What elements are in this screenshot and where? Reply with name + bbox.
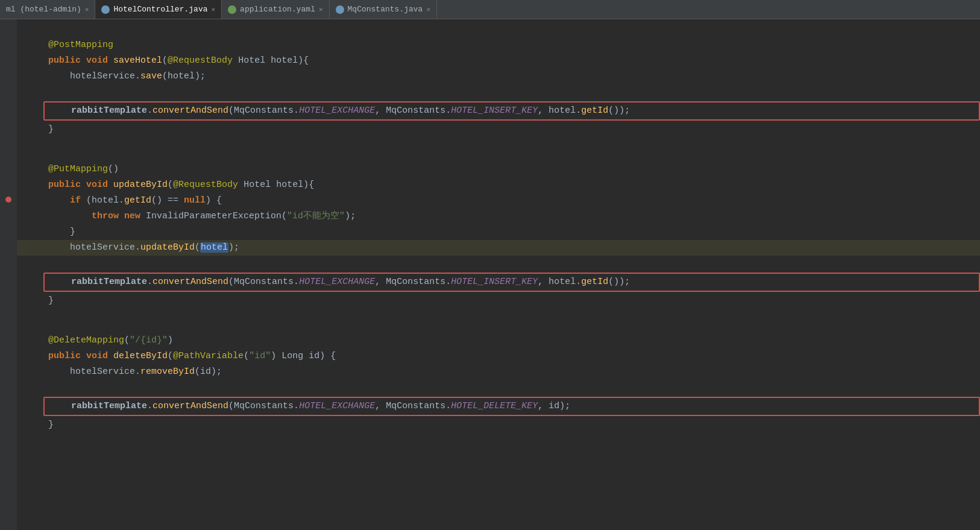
line-blank-4 [17,256,980,271]
code-area[interactable]: @PostMapping public void saveHotel(@Requ… [17,19,980,530]
line-rabbit-save: rabbitTemplate.convertAndSend(MqConstant… [45,103,979,119]
gutter-line-28 [0,443,17,458]
gutter-line-30 [0,474,17,490]
gutter [0,19,17,530]
line-hotel-service-save: hotelService.save(hotel); [17,69,980,84]
tab-bar: ml (hotel-admin) ✕ HotelController.java … [0,0,980,19]
gutter-line-20 [0,317,17,333]
gutter-line-22 [0,349,17,364]
red-box-save-lineno-spacer [17,101,43,121]
tab-mq-constants-close[interactable]: ✕ [426,5,430,13]
line-close-if: } [17,224,980,240]
tab-hotel-controller-close[interactable]: ✕ [211,5,215,13]
gutter-line-21 [0,333,17,349]
line-throw: throw new InvalidParameterException("id不… [17,209,980,224]
gutter-line-32 [0,505,17,521]
gutter-line-6 [0,98,17,113]
gutter-line-26 [0,411,17,427]
gutter-line-18 [0,286,17,301]
tab-application-yaml[interactable]: application.yaml ✕ [222,0,329,19]
line-close-save: } [17,122,980,137]
line-close-delete: } [17,417,980,433]
gutter-line-10 [0,160,17,176]
section-gap-2 [17,309,980,317]
line-blank-3 [17,146,980,162]
gutter-line-31 [0,490,17,505]
line-delete-mapping-annotation: @DeleteMapping("/{id}") [17,333,980,349]
line-blank-5 [17,317,980,333]
gutter-line-8 [0,129,17,145]
line-update-by-id-sig: public void updateById(@RequestBody Hote… [17,177,980,193]
tab-application-yaml-icon [228,5,236,14]
red-box-save: rabbitTemplate.convertAndSend(MqConstant… [17,101,980,121]
gutter-line-19 [0,301,17,317]
gutter-line-2 [0,35,17,51]
gutter-line-13 [0,207,17,223]
editor-container: @PostMapping public void saveHotel(@Requ… [0,19,980,530]
gutter-line-4 [0,66,17,82]
tab-mq-constants-label: MqConstants.java [348,5,423,14]
gutter-line-17 [0,270,17,286]
gutter-line-25 [0,396,17,411]
line-blank-1 [17,22,980,37]
line-rabbit-delete: rabbitTemplate.convertAndSend(MqConstant… [45,399,979,414]
gutter-line-3 [0,51,17,66]
tab-xml-close[interactable]: ✕ [85,5,89,13]
breakpoint-throw[interactable] [5,197,11,203]
line-hotel-service-remove: hotelService.removeById(id); [17,364,980,380]
line-put-mapping-annotation: @PutMapping() [17,162,980,177]
gutter-line-29 [0,458,17,474]
tab-xml-label: ml (hotel-admin) [6,5,81,14]
red-box-delete-border: rabbitTemplate.convertAndSend(MqConstant… [43,397,980,416]
red-box-delete: rabbitTemplate.convertAndSend(MqConstant… [17,397,980,416]
line-close-update: } [17,293,980,309]
tab-mq-constants[interactable]: MqConstants.java ✕ [330,0,437,19]
gutter-line-23 [0,364,17,380]
red-box-save-border: rabbitTemplate.convertAndSend(MqConstant… [43,101,980,121]
red-box-update: rabbitTemplate.convertAndSend(MqConstant… [17,273,980,292]
tab-hotel-controller[interactable]: HotelController.java ✕ [95,0,222,19]
gutter-line-16 [0,254,17,270]
gutter-line-15 [0,239,17,254]
gutter-line-11 [0,176,17,192]
line-if-hotel-id: if (hotel.getId() == null) { [17,193,980,209]
tab-xml[interactable]: ml (hotel-admin) ✕ [0,0,95,19]
line-delete-by-id-sig: public void deleteById(@PathVariable("id… [17,349,980,364]
red-box-delete-lineno-spacer [17,397,43,416]
tab-hotel-controller-label: HotelController.java [113,5,207,14]
line-post-mapping-annotation: @PostMapping [17,37,980,53]
section-gap-1 [17,137,980,146]
gutter-line-5 [0,82,17,98]
tab-application-yaml-close[interactable]: ✕ [319,5,323,13]
line-blank-6 [17,380,980,396]
gutter-line-24 [0,380,17,396]
tab-application-yaml-label: application.yaml [240,5,315,14]
line-save-hotel-sig: public void saveHotel(@RequestBody Hotel… [17,53,980,69]
red-box-update-border: rabbitTemplate.convertAndSend(MqConstant… [43,273,980,292]
red-box-update-lineno-spacer [17,273,43,292]
gutter-line-7 [0,113,17,129]
line-hotel-service-update: hotelService.updateById(hotel); [17,240,980,256]
tab-hotel-controller-icon [101,5,110,14]
gutter-line-27 [0,427,17,443]
gutter-line-9 [0,145,17,160]
gutter-line-12 [0,192,17,207]
gutter-line-14 [0,223,17,239]
gutter-line-1 [0,19,17,35]
line-blank-2 [17,84,980,100]
tab-mq-constants-icon [336,5,344,14]
line-rabbit-update: rabbitTemplate.convertAndSend(MqConstant… [45,274,979,290]
